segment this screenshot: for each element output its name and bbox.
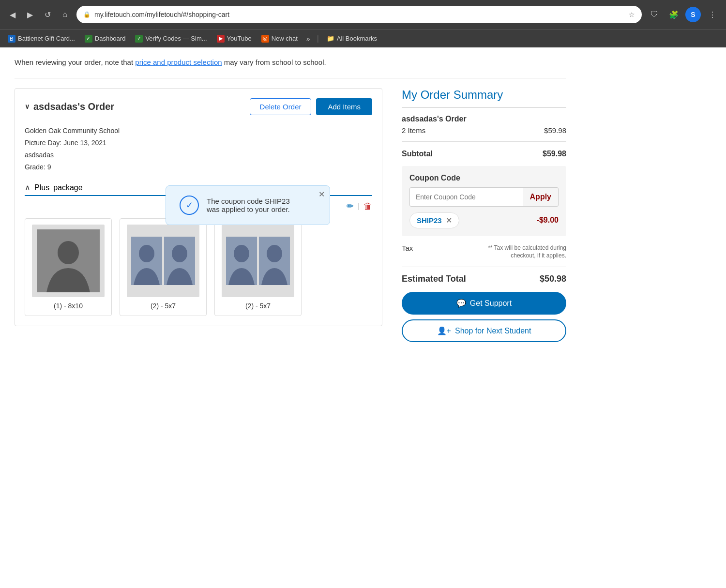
coupon-apply-button[interactable]: Apply xyxy=(523,187,559,207)
school-info: Golden Oak Community School Picture Day:… xyxy=(25,125,372,174)
order-summary: My Order Summary asdsadas's Order 2 Item… xyxy=(402,88,566,343)
subtotal-price: $59.98 xyxy=(543,150,566,158)
forward-button[interactable]: ▶ xyxy=(23,8,37,21)
estimated-total-row: Estimated Total $50.98 xyxy=(402,274,566,284)
photo-5x7-second-label: (2) - 5x7 xyxy=(221,302,295,310)
section-divider xyxy=(15,78,566,78)
photo-5x7-first-label: (2) - 5x7 xyxy=(126,302,200,310)
support-icon: 💬 xyxy=(456,299,466,308)
home-button[interactable]: ⌂ xyxy=(58,8,72,21)
back-button[interactable]: ◀ xyxy=(6,8,19,21)
price-selection-link[interactable]: price and product selection xyxy=(135,58,222,66)
photo-card-8x10: (1) - 8x10 xyxy=(25,218,112,316)
estimated-total-label: Estimated Total xyxy=(402,274,466,284)
bookmark-newchat[interactable]: ◎ New chat xyxy=(257,33,302,45)
notice-pre: When reviewing your order, note that xyxy=(15,58,135,66)
bookmark-label: Battlenet Gift Card... xyxy=(18,35,75,42)
shop-next-icon: 👤+ xyxy=(437,326,451,335)
page-content: When reviewing your order, note that pri… xyxy=(0,47,581,352)
favorite-icon[interactable]: ☆ xyxy=(629,11,635,18)
checkmark-icon: ✓ xyxy=(180,196,199,215)
bookmark-dashboard[interactable]: ✓ Dashboard xyxy=(81,33,130,45)
coupon-discount: -$9.00 xyxy=(537,216,559,225)
photo-8x10-label: (1) - 8x10 xyxy=(31,302,106,310)
get-support-button[interactable]: 💬 Get Support xyxy=(402,292,566,315)
bookmark-battlenet[interactable]: B Battlenet Gift Card... xyxy=(4,33,79,45)
folder-icon: 📁 xyxy=(327,35,334,42)
package-collapse-icon[interactable]: ∧ xyxy=(25,183,30,192)
all-bookmarks[interactable]: 📁 All Bookmarks xyxy=(323,33,381,44)
notice-text: When reviewing your order, note that pri… xyxy=(15,57,566,68)
svg-point-5 xyxy=(172,245,187,262)
photo-grid: (1) - 8x10 xyxy=(25,218,372,316)
summary-items-row: 2 Items $59.98 xyxy=(402,126,566,135)
delete-order-button[interactable]: Delete Order xyxy=(250,98,312,115)
grade: Grade: 9 xyxy=(25,161,372,173)
browser-menu-button[interactable]: ⋮ xyxy=(705,7,720,22)
summary-items-price: $59.98 xyxy=(544,126,566,135)
bookmarks-more[interactable]: » xyxy=(303,33,313,45)
order-name: asdsadas's Order xyxy=(33,101,114,112)
photo-card-5x7-second: (2) - 5x7 xyxy=(214,218,302,316)
youtube-icon: ▶ xyxy=(217,35,225,43)
svg-point-9 xyxy=(267,245,282,262)
address-bar[interactable]: 🔒 my.lifetouch.com/mylifetouch/#/shoppin… xyxy=(76,6,642,23)
delete-package-icon[interactable]: 🗑 xyxy=(363,201,372,211)
url-text: my.lifetouch.com/mylifetouch/#/shopping-… xyxy=(94,11,625,18)
main-layout: ∨ asdsadas's Order Delete Order Add Item… xyxy=(15,88,566,343)
coupon-applied-toast: ✓ The coupon code SHIP23 was applied to … xyxy=(166,185,330,225)
bookmark-label: New chat xyxy=(272,35,298,42)
bookmark-label: Dashboard xyxy=(95,35,126,42)
all-bookmarks-label: All Bookmarks xyxy=(337,35,377,42)
get-support-label: Get Support xyxy=(470,299,512,308)
coupon-tag: SHIP23 ✕ xyxy=(409,212,459,228)
photo-5x7-second-image xyxy=(222,225,294,297)
shop-next-label: Shop for Next Student xyxy=(455,327,531,335)
svg-point-7 xyxy=(234,245,249,262)
coupon-applied-row: SHIP23 ✕ -$9.00 xyxy=(409,212,559,228)
bookmark-label: YouTube xyxy=(227,35,252,42)
order-header: ∨ asdsadas's Order Delete Order Add Item… xyxy=(25,98,372,115)
shield-icon[interactable]: 🛡 xyxy=(647,7,662,22)
summary-section-divider xyxy=(402,141,566,142)
subtotal-label: Subtotal xyxy=(402,150,433,158)
dashboard-icon: ✓ xyxy=(85,35,92,43)
toast-close-button[interactable]: ✕ xyxy=(318,190,325,199)
summary-title: My Order Summary xyxy=(402,88,566,102)
coupon-input[interactable] xyxy=(409,187,523,207)
coupon-input-row: Apply xyxy=(409,187,559,207)
reload-button[interactable]: ↺ xyxy=(41,8,54,21)
package-label: Plus xyxy=(34,183,49,192)
summary-divider xyxy=(402,107,566,108)
newchat-icon: ◎ xyxy=(261,35,269,43)
bookmarks-separator: | xyxy=(315,34,321,43)
lock-icon: 🔒 xyxy=(83,11,91,18)
tax-row: Tax ** Tax will be calculated during che… xyxy=(402,244,566,268)
summary-order-name: asdsadas's Order xyxy=(402,115,566,123)
nav-buttons: ◀ ▶ ↺ ⌂ xyxy=(6,8,72,21)
bookmark-verify[interactable]: ✓ Verify Codes — Sim... xyxy=(131,33,211,45)
order-section: ∨ asdsadas's Order Delete Order Add Item… xyxy=(15,88,382,327)
profile-avatar[interactable]: S xyxy=(685,7,701,22)
notice-post: may vary from school to school. xyxy=(222,58,326,66)
bookmark-youtube[interactable]: ▶ YouTube xyxy=(213,33,256,45)
extensions-icon[interactable]: 🧩 xyxy=(666,7,681,22)
coupon-section: Coupon Code Apply SHIP23 ✕ -$9.00 xyxy=(402,166,566,236)
browser-chrome: ◀ ▶ ↺ ⌂ 🔒 my.lifetouch.com/mylifetouch/#… xyxy=(0,0,726,29)
school-name: Golden Oak Community School xyxy=(25,125,372,137)
bookmarks-bar: B Battlenet Gift Card... ✓ Dashboard ✓ V… xyxy=(0,29,726,47)
estimated-total-price: $50.98 xyxy=(540,274,566,284)
battlenet-icon: B xyxy=(8,35,15,43)
tax-label: Tax xyxy=(402,244,413,252)
add-items-button[interactable]: Add Items xyxy=(316,98,372,115)
order-actions: Delete Order Add Items xyxy=(250,98,372,115)
shop-next-student-button[interactable]: 👤+ Shop for Next Student xyxy=(402,319,566,342)
summary-items-count: 2 Items xyxy=(402,126,425,135)
collapse-chevron-icon[interactable]: ∨ xyxy=(25,103,30,110)
svg-point-3 xyxy=(139,245,154,262)
photo-5x7-first-image xyxy=(127,225,199,297)
package-type: package xyxy=(53,183,83,192)
edit-package-icon[interactable]: ✏ xyxy=(347,201,354,211)
coupon-remove-button[interactable]: ✕ xyxy=(446,216,452,225)
browser-actions: 🛡 🧩 S ⋮ xyxy=(647,7,720,22)
